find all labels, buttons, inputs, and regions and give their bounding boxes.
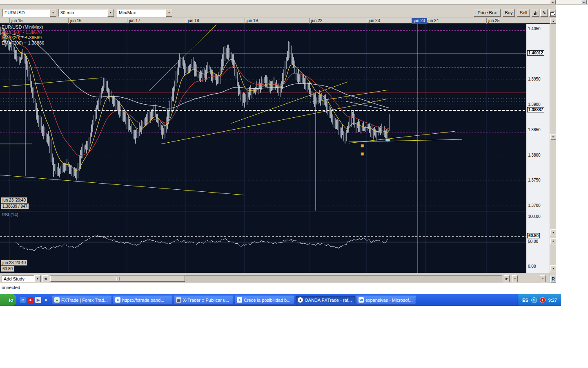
start-button[interactable]: io xyxy=(0,294,16,306)
media-icon[interactable]: ● xyxy=(27,297,33,303)
ie-icon[interactable]: e xyxy=(20,297,26,303)
price-label: 50.00 xyxy=(528,239,538,244)
reset-button[interactable]: R xyxy=(550,276,556,283)
chart-style-value: Min/Max xyxy=(117,9,166,17)
date-label: jun 24 xyxy=(428,18,439,23)
date-tick xyxy=(68,18,69,24)
rsi-value-tooltip: 60.80 xyxy=(1,266,14,272)
sync-tray-icon[interactable]: ↻ xyxy=(531,297,537,303)
language-indicator[interactable]: ES xyxy=(522,298,528,303)
chart-legend: EUR/USD (Min/Max) EMA (50) ~ 1.38670 EMA… xyxy=(2,25,44,46)
taskbar-task[interactable]: ▲FXTrade | Forex Trad... xyxy=(52,296,111,305)
detach-window-button[interactable] xyxy=(549,9,556,17)
scroll-left-icon[interactable]: ◀ xyxy=(42,275,48,282)
chevron-down-icon[interactable]: ▼ xyxy=(34,275,41,282)
draw-button[interactable]: ✎ xyxy=(540,9,548,17)
taskbar-task[interactable]: Wexpansivas - Microsof... xyxy=(356,296,416,305)
date-tick xyxy=(245,18,245,24)
date-label: jun 19 xyxy=(247,18,258,23)
buy-button[interactable]: Buy xyxy=(503,9,515,17)
chevron-icon[interactable]: » xyxy=(43,297,49,303)
chart-style-select[interactable]: Min/Max ▼ xyxy=(117,9,172,17)
date-label: jun 22 xyxy=(311,18,322,23)
sell-button[interactable]: Sell xyxy=(517,9,530,17)
date-tick xyxy=(9,18,10,24)
price-label: 1.3750 xyxy=(528,178,541,182)
price-chart-panel[interactable]: EUR/USD (Min/Max) EMA (50) ~ 1.38670 EMA… xyxy=(0,24,526,211)
date-label: jun 18 xyxy=(188,18,199,23)
date-tick xyxy=(127,18,127,24)
price-label: 1.4050 xyxy=(528,27,541,31)
interval-value: 30 min xyxy=(58,9,107,17)
scroll-down-icon[interactable]: ▼ xyxy=(550,265,556,271)
chevron-down-icon[interactable]: ▼ xyxy=(107,9,114,17)
fxtrade-icon: ▲ xyxy=(54,297,60,303)
add-study-select[interactable]: Add Study ▼ xyxy=(2,275,41,282)
taskbar-task-label: expansivas - Microsof... xyxy=(365,298,413,303)
taskbar-task[interactable]: ●OANDA FXTrade - raf... xyxy=(296,296,355,305)
price-chart-canvas xyxy=(0,24,526,211)
rsi-canvas xyxy=(0,211,526,273)
oanda-icon: ● xyxy=(298,297,303,303)
zoom-out-button[interactable]: − xyxy=(512,275,518,282)
chart-type-button[interactable] xyxy=(532,9,539,17)
date-tick xyxy=(309,18,310,24)
scroll-up-icon[interactable]: ▲ xyxy=(550,18,556,24)
ie-icon: e xyxy=(237,297,242,303)
scroll-right-icon[interactable]: ▶ xyxy=(504,275,510,282)
taskbar-task[interactable]: ▣X-Trader :: Publicar u... xyxy=(174,296,233,305)
taskbar-task-label: https://fxtrade.oand... xyxy=(122,298,164,303)
pencil-icon: ✎ xyxy=(542,10,546,15)
interval-select[interactable]: 30 min ▼ xyxy=(58,9,114,17)
zoom-in-button[interactable]: + xyxy=(540,275,546,282)
clock: 9:27 xyxy=(548,298,557,303)
chevron-down-icon[interactable]: ▼ xyxy=(50,9,56,17)
chart-bottom-bar: Add Study ▼ ◀ ▶ − + xyxy=(0,273,550,283)
price-label: 100.00 xyxy=(528,214,541,219)
legend-ema200: EMA (200) ~ 1.38886 xyxy=(2,40,44,46)
connection-status: onnected xyxy=(2,285,20,290)
date-label: jun 15 xyxy=(11,18,22,23)
chevron-down-icon[interactable]: ▼ xyxy=(166,9,172,17)
player-icon[interactable]: ▶ xyxy=(35,297,41,303)
price-label: 60.80 xyxy=(527,233,540,238)
word-icon: W xyxy=(359,297,364,303)
taskbar-task[interactable]: ehttps://fxtrade.oand... xyxy=(113,296,172,305)
date-tick xyxy=(186,18,186,24)
chart-toolbar: EUR/USD ▼ 30 min ▼ Min/Max ▼ Price Box B… xyxy=(0,4,556,18)
crosshair-date-label: jun 23 xyxy=(412,18,427,24)
scrollbar-thumb[interactable] xyxy=(50,276,185,282)
copy-icon xyxy=(550,11,555,16)
rsi-indicator-label: RSI (14) xyxy=(2,212,18,217)
legend-ema20: EMA (20) ~ 1.38589 xyxy=(2,35,44,40)
price-label: 1.3800 xyxy=(528,153,541,157)
date-label: jun 25 xyxy=(488,18,499,23)
bars-icon xyxy=(534,11,537,15)
top-strip: ▲ ▲ xyxy=(0,0,588,4)
splitter-handle[interactable]: ≡ xyxy=(550,134,556,140)
price-label: 1.38887 xyxy=(527,107,544,112)
taskbar-task[interactable]: eCrece la posibilidad b... xyxy=(235,296,294,305)
price-box-button[interactable]: Price Box xyxy=(474,9,501,17)
vertical-scrollbar[interactable]: ▲ ≡ ▼ + ▼ R xyxy=(550,18,556,283)
scroll-down-icon[interactable]: ▼ xyxy=(550,229,556,235)
horizontal-scrollbar[interactable] xyxy=(50,275,502,282)
scroll-up-icon[interactable]: ▲ xyxy=(581,0,587,4)
alert-tray-icon[interactable]: ! xyxy=(540,297,546,303)
zoom-in-button[interactable]: + xyxy=(550,238,556,244)
add-study-value: Add Study xyxy=(2,275,34,282)
date-tick xyxy=(367,18,367,24)
legend-title: EUR/USD (Min/Max) xyxy=(2,25,44,30)
instrument-select[interactable]: EUR/USD ▼ xyxy=(2,9,56,17)
crosshair-price-tooltip: 1.38639 / 947 xyxy=(1,203,29,209)
quick-launch: e●▶» xyxy=(16,297,52,303)
date-label: jun 23 xyxy=(369,18,380,23)
price-label: 0.00 xyxy=(528,264,536,269)
date-axis[interactable]: jun 23 jun 15jun 16jun 17jun 18jun 19jun… xyxy=(0,18,550,24)
taskbar: io e●▶» ▲FXTrade | Forex Trad...ehttps:/… xyxy=(0,294,561,306)
date-tick xyxy=(486,18,487,24)
taskbar-task-label: X-Trader :: Publicar u... xyxy=(183,298,229,303)
rsi-panel[interactable]: RSI (14) jun 23 '20:40 60.80 xyxy=(0,211,526,273)
scroll-up-icon[interactable]: ▲ xyxy=(550,0,556,4)
date-label: jun 17 xyxy=(129,18,140,23)
